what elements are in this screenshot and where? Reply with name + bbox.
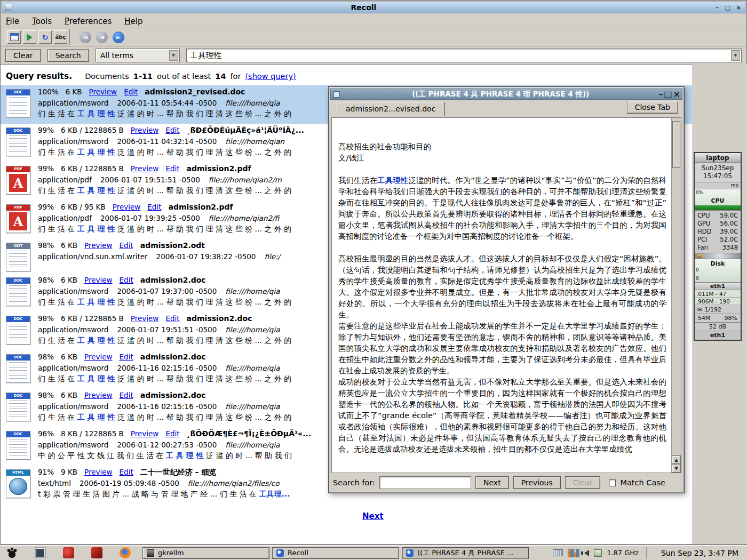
result-file-icon: DOC [6, 89, 30, 118]
close-icon[interactable]: × [673, 89, 680, 99]
close-tab-button[interactable]: Close Tab [627, 101, 678, 114]
highlighted-term: 工 具 理 性 [77, 413, 115, 421]
gkrellm-clock: Sun23Sep 15:47:05 [695, 163, 741, 182]
result-preview-link[interactable]: Preview [84, 241, 113, 250]
result-snippet: 们 生 活 在 工 具 理 性 泛 滥 的 时 ... 帮 助 我 们 理 清 … [38, 186, 291, 198]
history-button[interactable]: ↻ [38, 30, 52, 44]
result-preview-link[interactable]: Preview [131, 429, 159, 438]
app-launcher-icon[interactable] [63, 547, 74, 558]
result-total: 14 [215, 72, 226, 81]
first-page-icon[interactable]: ◄ [80, 31, 91, 43]
run-query-button[interactable] [23, 30, 36, 44]
clear-button[interactable]: Clear [5, 49, 41, 62]
result-preview-link[interactable]: Preview [84, 391, 113, 399]
result-mime: application/msword [38, 402, 108, 413]
main-titlebar[interactable]: Recoll – □ × [2, 2, 745, 13]
result-edit-link[interactable]: Edit [165, 314, 179, 323]
preview-tab[interactable]: admission2...evised.doc [337, 102, 444, 116]
menu-preferences[interactable]: Preferences [65, 17, 112, 26]
result-mime: application/msword [38, 325, 108, 336]
result-edit-link[interactable]: Edit [147, 203, 161, 211]
match-case-label: Match Case [620, 478, 665, 487]
result-preview-link[interactable]: Preview [113, 203, 141, 211]
result-relevance: 98% [38, 314, 54, 323]
minimize-icon[interactable]: – [712, 3, 722, 12]
result-edit-link[interactable]: Edit [120, 468, 133, 476]
preview-text-area[interactable]: 高校招生的社会功能和目的 文/钱江 我们生活在工具理性泛滥的时代。作为“世之显学… [331, 117, 681, 473]
recoll-icon [406, 549, 414, 557]
result-edit-link[interactable]: Edit [120, 391, 133, 399]
result-edit-link[interactable]: Edit [120, 276, 133, 284]
result-preview-link[interactable]: Preview [131, 314, 159, 323]
next-page-link[interactable]: Next [362, 511, 384, 521]
result-edit-link[interactable]: Edit [165, 164, 179, 173]
match-case-checkbox[interactable] [609, 479, 616, 486]
result-edit-link[interactable]: Edit [120, 353, 133, 361]
show-query-link[interactable]: (show query) [245, 72, 296, 81]
result-preview-link[interactable]: Preview [131, 126, 159, 134]
result-preview-link[interactable]: Preview [89, 87, 117, 96]
query-history-chevron-icon[interactable]: ▼ [731, 50, 740, 61]
search-input[interactable] [187, 51, 731, 60]
window-icon [5, 4, 12, 11]
taskbar-clock: Sun Sep 23, 3:47 PM [655, 549, 744, 557]
result-size: 8 KB / 1228865 B [61, 429, 124, 438]
result-preview-link[interactable]: Preview [84, 353, 113, 361]
close-icon[interactable]: × [734, 3, 743, 12]
terminal-launcher-icon[interactable] [35, 547, 46, 558]
scroll-up-icon[interactable]: ▲ [672, 455, 681, 464]
next-page-icon[interactable]: ► [113, 31, 124, 43]
maximize-icon[interactable]: □ [664, 89, 672, 99]
taskbar-window-recoll[interactable]: Recoll [272, 547, 399, 559]
volume-icon[interactable] [584, 550, 589, 556]
scrollbar-thumb[interactable] [672, 121, 680, 168]
minimize-icon[interactable]: – [658, 89, 663, 99]
preview-titlebar[interactable]: ((工 PHRASE 4 具 PHRASE 4 理 PHRASE 4 性)) –… [330, 89, 682, 100]
result-preview-link[interactable]: Preview [131, 164, 159, 173]
preview-clear-button[interactable]: Clear [565, 476, 601, 489]
highlighted-term: 工具理性 [377, 176, 408, 185]
firefox-icon[interactable] [120, 547, 131, 558]
term-explorer-button[interactable]: âbç [54, 30, 67, 44]
clear-field-button[interactable] [7, 30, 21, 44]
preview-previous-button[interactable]: Previous [513, 476, 561, 489]
result-edit-link[interactable]: Edit [165, 126, 179, 134]
result-filename: ¸ßÐ£ÕÐÉúµÄÉç»á¹¦ÄÜºÍÄ¿... [187, 126, 304, 134]
preview-doc-title: 高校招生的社会功能和目的 [338, 141, 666, 153]
workspace-pager-icon[interactable] [568, 549, 579, 557]
result-relevance: 98% [38, 353, 54, 361]
app-launcher-icon-2[interactable] [91, 547, 102, 558]
chevron-down-icon[interactable]: ▼ [169, 50, 178, 61]
preview-scrollbar[interactable]: ▲ ▼ [671, 118, 681, 473]
scroll-down-icon[interactable]: ▼ [672, 464, 681, 473]
result-relevance: 98% [38, 276, 54, 284]
mail-icon: ✉ [697, 306, 702, 313]
taskbar: gkrellm Recoll ((工 PHRASE 4 具 PHRASE ...… [0, 545, 747, 560]
taskbar-window-preview[interactable]: ((工 PHRASE 4 具 PHRASE ... [402, 547, 529, 559]
maximize-icon[interactable]: □ [723, 3, 733, 12]
power-plug-icon[interactable] [594, 549, 602, 557]
result-preview-link[interactable]: Preview [84, 276, 113, 284]
result-preview-link[interactable]: Preview [84, 468, 113, 476]
result-edit-link[interactable]: Edit [124, 87, 138, 96]
result-date: 2006-01-11 05:54:44 -0500 [117, 99, 217, 109]
result-edit-link[interactable]: Edit [120, 241, 133, 250]
menu-file[interactable]: File [6, 17, 19, 26]
paw-launcher-icon[interactable] [6, 547, 18, 558]
gkrellm-icon [147, 549, 154, 557]
highlighted-term: 工 具 理 性 [77, 298, 115, 306]
keyboard-indicator-icon[interactable] [553, 549, 563, 556]
result-relevance: 99% [38, 164, 54, 173]
menu-help[interactable]: Help [124, 17, 142, 26]
result-edit-link[interactable]: Edit [165, 429, 179, 438]
taskbar-window-gkrellm[interactable]: gkrellm [142, 547, 269, 559]
result-url: file:///home/qia [225, 402, 280, 413]
search-mode-select[interactable]: All terms ▼ [96, 49, 180, 62]
preview-search-input[interactable] [379, 476, 471, 489]
preview-next-button[interactable]: Next [475, 476, 509, 489]
result-mime: application/msword [38, 99, 108, 109]
search-button[interactable]: Search [47, 49, 89, 62]
prev-page-icon[interactable]: ◄ [96, 31, 108, 43]
result-date: 2006-01-07 19:37:00 -0500 [117, 287, 217, 298]
menu-tools[interactable]: Tools [32, 17, 52, 26]
